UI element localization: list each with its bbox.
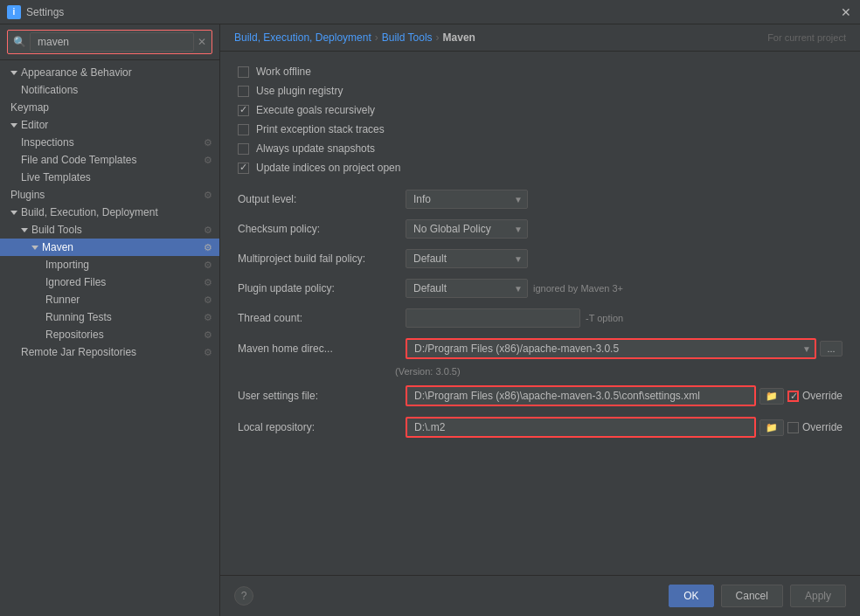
sidebar-item-notifications[interactable]: Notifications <box>0 81 219 99</box>
maven-home-browse-button[interactable]: ... <box>820 341 843 356</box>
cancel-button[interactable]: Cancel <box>721 585 783 607</box>
print-stack-traces-label: Print exception stack traces <box>256 123 385 135</box>
user-settings-override-wrap: Override <box>787 390 843 402</box>
apply-button[interactable]: Apply <box>790 585 846 607</box>
checkbox-row-update-indices: Update indices on project open <box>238 158 843 177</box>
gear-icon: ⚙ <box>204 242 212 253</box>
sidebar-item-plugins[interactable]: Plugins ⚙ <box>0 186 219 204</box>
maven-home-dir-row: Maven home direc... D:/Program Files (x8… <box>238 333 843 364</box>
help-button[interactable]: ? <box>234 586 253 606</box>
sidebar-item-label: Ignored Files <box>45 276 106 288</box>
user-settings-file-label: User settings file: <box>238 390 395 402</box>
gear-icon: ⚙ <box>204 190 212 201</box>
ok-button[interactable]: OK <box>669 585 713 607</box>
use-plugin-registry-checkbox[interactable] <box>238 86 249 97</box>
footer-left: ? <box>234 586 253 606</box>
sidebar: 🔍 ✕ Appearance & Behavior Notifications … <box>0 24 220 616</box>
sidebar-item-label: Inspections <box>21 136 74 149</box>
maven-home-dir-label: Maven home direc... <box>238 343 395 355</box>
local-repository-browse-button[interactable]: 📁 <box>759 419 784 436</box>
expand-icon <box>21 228 28 232</box>
multiproject-build-select[interactable]: Default Fail at end No fail <box>406 249 528 268</box>
sidebar-item-label: Remote Jar Repositories <box>21 346 136 358</box>
use-plugin-registry-label: Use plugin registry <box>256 85 343 97</box>
local-repository-input[interactable] <box>406 417 756 438</box>
sidebar-item-build[interactable]: Build, Execution, Deployment <box>0 204 219 221</box>
work-offline-checkbox[interactable] <box>238 66 249 78</box>
always-update-snapshots-checkbox[interactable] <box>238 143 249 155</box>
output-level-control: Info Debug Quiet ▼ <box>406 190 843 209</box>
output-level-select[interactable]: Info Debug Quiet <box>406 190 528 209</box>
local-repository-label: Local repository: <box>238 421 395 433</box>
sidebar-item-running-tests[interactable]: Running Tests ⚙ <box>0 308 219 326</box>
local-repository-override-wrap: Override <box>787 421 843 433</box>
user-settings-browse-button[interactable]: 📁 <box>759 388 784 405</box>
checkbox-row-print-stack-traces: Print exception stack traces <box>238 120 843 139</box>
output-level-label: Output level: <box>238 193 395 205</box>
sidebar-item-importing[interactable]: Importing ⚙ <box>0 256 219 273</box>
sidebar-item-inspections[interactable]: Inspections ⚙ <box>0 134 219 151</box>
sidebar-item-label: Importing <box>45 259 89 271</box>
gear-icon: ⚙ <box>204 137 212 149</box>
print-stack-traces-checkbox[interactable] <box>238 124 249 135</box>
local-repository-override-checkbox[interactable] <box>787 422 799 433</box>
sidebar-item-keymap[interactable]: Keymap <box>0 99 219 116</box>
user-settings-file-row: User settings file: 📁 Override <box>238 380 843 412</box>
app-icon: i <box>7 5 21 19</box>
thread-count-input[interactable] <box>406 308 580 328</box>
checksum-policy-control: No Global Policy Warn Fail Ignore ▼ <box>406 219 843 239</box>
breadcrumb-sep-2: › <box>436 31 440 44</box>
close-button[interactable]: ✕ <box>839 5 853 19</box>
sidebar-item-label: Running Tests <box>45 311 112 323</box>
execute-goals-label: Execute goals recursively <box>256 104 375 116</box>
sidebar-item-label: Build Tools <box>31 224 82 236</box>
search-clear-button[interactable]: ✕ <box>198 36 206 48</box>
multiproject-build-label: Multiproject build fail policy: <box>238 253 395 265</box>
output-level-row: Output level: Info Debug Quiet ▼ <box>238 184 843 214</box>
sidebar-item-appearance[interactable]: Appearance & Behavior <box>0 64 219 81</box>
sidebar-item-remote-jar[interactable]: Remote Jar Repositories ⚙ <box>0 343 219 361</box>
gear-icon: ⚙ <box>204 294 212 306</box>
plugin-update-policy-select[interactable]: Default Always update Never update <box>406 279 528 298</box>
sidebar-item-file-code-templates[interactable]: File and Code Templates ⚙ <box>0 151 219 169</box>
search-input[interactable] <box>30 32 194 52</box>
sidebar-item-buildtools[interactable]: Build Tools ⚙ <box>0 221 219 239</box>
checkbox-row-execute-goals: Execute goals recursively <box>238 100 843 120</box>
user-settings-override-checkbox[interactable] <box>787 391 799 402</box>
footer: ? OK Cancel Apply <box>220 575 860 616</box>
checksum-policy-select[interactable]: No Global Policy Warn Fail Ignore <box>406 219 528 239</box>
main-content: 🔍 ✕ Appearance & Behavior Notifications … <box>0 24 860 616</box>
sidebar-item-runner[interactable]: Runner ⚙ <box>0 291 219 308</box>
breadcrumb-part-1: Build, Execution, Deployment <box>234 31 371 44</box>
expand-icon <box>10 71 17 75</box>
search-icon: 🔍 <box>13 36 26 48</box>
multiproject-build-control: Default Fail at end No fail ▼ <box>406 249 843 268</box>
sidebar-item-label: Editor <box>21 119 48 131</box>
user-settings-override-label: Override <box>802 390 843 402</box>
execute-goals-checkbox[interactable] <box>238 105 249 116</box>
sidebar-item-ignored-files[interactable]: Ignored Files ⚙ <box>0 273 219 291</box>
sidebar-item-repositories[interactable]: Repositories ⚙ <box>0 326 219 343</box>
sidebar-item-editor[interactable]: Editor <box>0 116 219 134</box>
checkbox-row-plugin-registry: Use plugin registry <box>238 81 843 100</box>
sidebar-item-label: Live Templates <box>21 171 91 183</box>
user-settings-file-input[interactable] <box>406 385 756 406</box>
local-repository-input-wrap: 📁 Override <box>406 417 843 438</box>
work-offline-label: Work offline <box>256 66 311 78</box>
title-bar: i Settings ✕ <box>0 0 860 24</box>
nav-tree: Appearance & Behavior Notifications Keym… <box>0 60 219 616</box>
sidebar-item-label: Build, Execution, Deployment <box>21 206 158 218</box>
gear-icon: ⚙ <box>204 155 212 166</box>
update-indices-checkbox[interactable] <box>238 163 249 174</box>
output-level-select-wrap: Info Debug Quiet ▼ <box>406 190 528 209</box>
local-repository-row: Local repository: 📁 Override <box>238 412 843 443</box>
sidebar-item-live-templates[interactable]: Live Templates <box>0 169 219 186</box>
sidebar-item-label: Plugins <box>10 189 45 201</box>
maven-home-dir-select[interactable]: D:/Program Files (x86)/apache-maven-3.0.… <box>406 338 816 359</box>
gear-icon: ⚙ <box>204 277 212 288</box>
t-option-note: -T option <box>586 313 623 323</box>
expand-icon <box>10 123 17 128</box>
checksum-policy-label: Checksum policy: <box>238 223 395 235</box>
window-title: Settings <box>26 6 64 18</box>
sidebar-item-maven[interactable]: Maven ⚙ <box>0 239 219 256</box>
